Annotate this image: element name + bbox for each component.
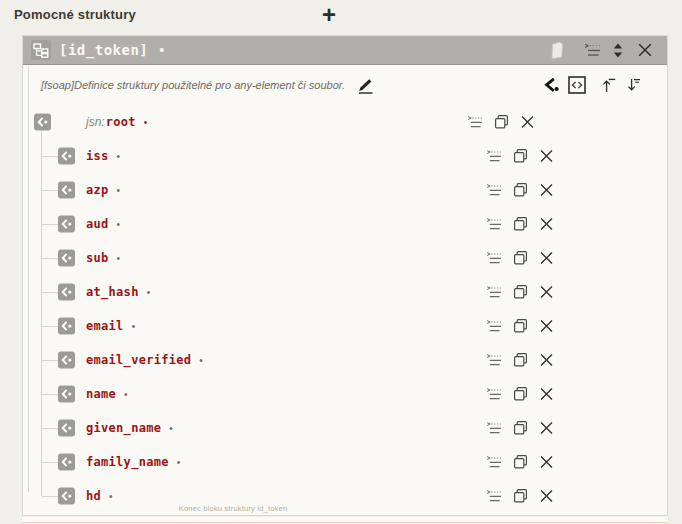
list-icon[interactable] — [486, 388, 502, 401]
node-actions — [467, 115, 535, 130]
collapse-node-icon[interactable] — [58, 148, 75, 165]
list-icon[interactable] — [486, 150, 502, 163]
node-name: aud — [86, 217, 109, 231]
node-actions — [486, 217, 554, 232]
node-label: email_verified • — [86, 353, 203, 367]
list-icon[interactable] — [486, 286, 502, 299]
tree-row: iss • — [23, 139, 667, 173]
page: Pomocné struktury + [id_token] • — [0, 0, 682, 524]
node-label: iss • — [86, 149, 120, 163]
collapse-node-icon[interactable] — [58, 250, 75, 267]
collapse-node-icon[interactable] — [58, 488, 75, 505]
list-icon[interactable] — [486, 422, 502, 435]
node-status-dot: • — [117, 152, 121, 162]
duplicate-icon[interactable] — [494, 115, 509, 130]
node-label: aud • — [86, 217, 120, 231]
duplicate-icon[interactable] — [513, 183, 528, 198]
delete-icon[interactable] — [539, 217, 554, 232]
collapse-node-icon[interactable] — [58, 284, 75, 301]
list-icon[interactable] — [486, 218, 502, 231]
list-icon[interactable] — [467, 116, 483, 129]
collapse-node-icon[interactable] — [58, 216, 75, 233]
collapse-node-icon[interactable] — [58, 420, 75, 437]
collapse-node-icon[interactable] — [58, 352, 75, 369]
duplicate-icon[interactable] — [513, 285, 528, 300]
tree-row: azp • — [23, 173, 667, 207]
list-icon[interactable] — [584, 43, 601, 57]
list-icon[interactable] — [486, 456, 502, 469]
list-icon[interactable] — [486, 490, 502, 503]
delete-icon[interactable] — [539, 149, 554, 164]
duplicate-icon[interactable] — [513, 489, 528, 504]
node-actions — [486, 285, 554, 300]
delete-icon[interactable] — [539, 285, 554, 300]
delete-icon[interactable] — [539, 183, 554, 198]
node-status-dot: • — [124, 390, 128, 400]
add-structure-button[interactable]: + — [322, 0, 336, 30]
list-icon[interactable] — [486, 320, 502, 333]
delete-icon[interactable] — [539, 455, 554, 470]
node-name: hd — [86, 489, 101, 503]
sort-arrows-icon[interactable] — [612, 42, 624, 59]
duplicate-icon[interactable] — [513, 455, 528, 470]
block-extent-line — [28, 66, 29, 492]
node-name: email — [86, 319, 124, 333]
duplicate-icon[interactable] — [513, 251, 528, 266]
collapse-node-icon[interactable] — [58, 386, 75, 403]
move-up-icon[interactable] — [602, 78, 616, 93]
duplicate-icon[interactable] — [513, 387, 528, 402]
delete-icon[interactable] — [539, 387, 554, 402]
delete-icon[interactable] — [539, 489, 554, 504]
collapse-node-icon[interactable] — [58, 454, 75, 471]
duplicate-icon[interactable] — [513, 217, 528, 232]
delete-icon[interactable] — [539, 353, 554, 368]
node-name: iss — [86, 149, 109, 163]
description-row: [fsoap]Definice struktury použitelné pro… — [23, 65, 667, 105]
tree-row: given_name • — [23, 411, 667, 445]
edit-pencil-icon[interactable] — [356, 77, 374, 94]
panel-header-actions — [549, 41, 653, 60]
node-status-dot: • — [147, 288, 151, 298]
code-view-icon[interactable] — [568, 76, 586, 94]
node-label: jsn: root • — [86, 115, 147, 129]
node-actions — [486, 489, 554, 504]
node-actions — [486, 455, 554, 470]
delete-icon[interactable] — [520, 115, 535, 130]
node-name: email_verified — [86, 353, 191, 367]
structure-panel: [id_token] • — [22, 35, 668, 516]
tree-row: name • — [23, 377, 667, 411]
list-icon[interactable] — [486, 354, 502, 367]
duplicate-icon[interactable] — [513, 319, 528, 334]
node-label: given_name • — [86, 421, 173, 435]
node-status-dot: • — [109, 492, 113, 502]
collapse-node-icon[interactable] — [58, 318, 75, 335]
node-name: root — [106, 115, 136, 129]
collapse-node-icon[interactable] — [58, 182, 75, 199]
delete-icon[interactable] — [539, 251, 554, 266]
paste-icon[interactable] — [549, 41, 565, 60]
close-icon[interactable] — [637, 42, 653, 58]
node-label: email • — [86, 319, 135, 333]
node-status-dot: • — [117, 220, 121, 230]
move-down-icon[interactable] — [627, 78, 641, 93]
duplicate-icon[interactable] — [513, 149, 528, 164]
node-label: hd • — [86, 489, 113, 503]
node-label: sub • — [86, 251, 120, 265]
page-title: Pomocné struktury — [14, 7, 136, 22]
duplicate-icon[interactable] — [513, 353, 528, 368]
delete-icon[interactable] — [539, 319, 554, 334]
node-name: sub — [86, 251, 109, 265]
tree-row: email_verified • — [23, 343, 667, 377]
structure-tree: jsn: root • — [23, 105, 667, 517]
node-namespace: jsn: — [86, 115, 105, 129]
collapse-node-icon[interactable] — [34, 114, 51, 131]
list-icon[interactable] — [486, 184, 502, 197]
node-label: name • — [86, 387, 128, 401]
delete-icon[interactable] — [539, 421, 554, 436]
collapse-left-icon[interactable] — [544, 78, 559, 92]
node-name: family_name — [86, 455, 169, 469]
node-actions — [486, 149, 554, 164]
duplicate-icon[interactable] — [513, 421, 528, 436]
tree-row: sub • — [23, 241, 667, 275]
list-icon[interactable] — [486, 252, 502, 265]
